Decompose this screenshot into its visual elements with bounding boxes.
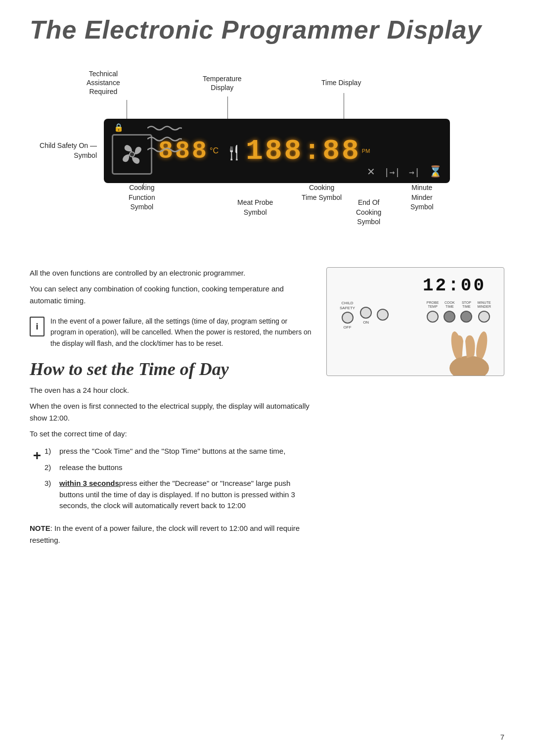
clock-para2: When the oven is first connected to the … bbox=[30, 400, 312, 424]
oven-time-value: 12:00 bbox=[423, 276, 486, 296]
step1-text: press the "Cook Time" and the "Stop Time… bbox=[59, 446, 312, 457]
fan-icon bbox=[112, 134, 152, 175]
child-safety-group: CHILDSAFETY OFF bbox=[340, 301, 355, 330]
plus-icon: + bbox=[30, 448, 44, 517]
clock-para1: The oven has a 24 hour clock. bbox=[30, 384, 312, 396]
step-1: 1) press the "Cook Time" and the "Stop T… bbox=[44, 446, 312, 457]
note-content: In the event of a power failure, all the… bbox=[50, 316, 312, 349]
meat-probe-label: Meat ProbeSymbol bbox=[237, 198, 273, 217]
step2-text: release the buttons bbox=[59, 462, 312, 473]
end-of-cooking-icon: →| bbox=[409, 167, 420, 177]
oven-panel-diagram: 12:00 CHILDSAFETY OFF ON bbox=[326, 267, 504, 376]
right-diagram: 12:00 CHILDSAFETY OFF ON bbox=[326, 267, 504, 550]
cook-time-circle[interactable] bbox=[444, 311, 455, 323]
svg-point-4 bbox=[449, 356, 489, 376]
cook-time-label: COOKTIME bbox=[445, 301, 455, 309]
cooking-function-label: CookingFunctionSymbol bbox=[129, 183, 155, 212]
stop-time-label: STOPTIME bbox=[462, 301, 471, 309]
final-note: NOTE: In the event of a power failure, t… bbox=[30, 522, 312, 546]
note-final-text: : In the event of a power failure, the c… bbox=[30, 524, 300, 544]
meat-probe-icon-display: 🍴 bbox=[225, 144, 243, 161]
time-display-label: Time Display bbox=[321, 78, 361, 87]
probe-temp-label: PROBETEMP bbox=[427, 301, 439, 309]
svg-point-1 bbox=[130, 152, 134, 156]
crossed-utensils-icon: ✕ bbox=[367, 166, 375, 178]
extra-circle[interactable] bbox=[377, 309, 389, 321]
intro-para2: You can select any combination of cookin… bbox=[30, 283, 312, 307]
probe-temp-circle[interactable] bbox=[427, 311, 439, 323]
child-safety-label: Child Safety On —Symbol bbox=[30, 141, 104, 160]
intro-para1: All the oven functions are controlled by… bbox=[30, 267, 312, 279]
step3-text: within 3 secondspress either the "Decrea… bbox=[59, 478, 312, 512]
steps-section: + 1) press the "Cook Time" and the "Stop… bbox=[30, 446, 312, 517]
minute-minder-btn-label: MINUTEMINDER bbox=[477, 301, 491, 309]
cooking-time-label: CookingTime Symbol bbox=[302, 183, 342, 202]
minute-minder-circle[interactable] bbox=[478, 311, 490, 323]
stop-time-circle[interactable] bbox=[460, 311, 472, 323]
left-column: All the oven functions are controlled by… bbox=[30, 267, 312, 550]
bottom-icons-row: ✕ |→| →| ⌛ bbox=[367, 165, 442, 178]
page-title: The Electronic Programmer Display bbox=[30, 15, 504, 45]
cook-time-group: COOKTIME bbox=[444, 301, 455, 330]
child-safety-circle1[interactable] bbox=[342, 312, 354, 324]
diagram-section: TechnicalAssistanceRequired TemperatureD… bbox=[30, 64, 504, 247]
time-display-panel: 188:88 PM bbox=[246, 135, 442, 167]
steps-list: 1) press the "Cook Time" and the "Stop T… bbox=[44, 446, 312, 517]
clock-para3: To set the correct time of day: bbox=[30, 428, 312, 440]
temp-unit: °C bbox=[210, 146, 219, 155]
within-3-seconds: within 3 seconds bbox=[59, 479, 119, 487]
temperature-display-label: TemperatureDisplay bbox=[203, 74, 242, 92]
oven-buttons-row: CHILDSAFETY OFF ON PROBETEMP bbox=[335, 301, 496, 330]
stop-time-group: STOPTIME bbox=[460, 301, 472, 330]
minute-minder-icon: ⌛ bbox=[429, 165, 442, 178]
finger-graphic bbox=[440, 331, 499, 376]
display-panel: 🔒 888 °C 🍴 bbox=[104, 119, 450, 183]
step-3: 3) within 3 secondspress either the "Dec… bbox=[44, 478, 312, 512]
note-label: NOTE bbox=[30, 524, 50, 532]
minute-minder-label: MinuteMinderSymbol bbox=[410, 183, 434, 212]
page-number: 7 bbox=[500, 733, 504, 741]
off-label: OFF bbox=[344, 325, 352, 330]
power-failure-note: i In the event of a power failure, all t… bbox=[30, 316, 312, 349]
on-label: ON bbox=[363, 320, 369, 325]
on-circle[interactable] bbox=[360, 307, 372, 319]
end-of-cooking-label: End OfCookingSymbol bbox=[356, 198, 381, 227]
pm-label: PM bbox=[362, 148, 370, 154]
cooking-time-symbol-icon: |→| bbox=[384, 167, 400, 177]
note-icon: i bbox=[30, 317, 44, 336]
child-safety-btn-label: CHILDSAFETY bbox=[340, 301, 355, 310]
technical-assistance-label: TechnicalAssistanceRequired bbox=[87, 69, 120, 96]
child-safety-buttons bbox=[342, 312, 354, 324]
step-2: 2) release the buttons bbox=[44, 462, 312, 473]
minute-minder-group: MINUTEMINDER bbox=[477, 301, 491, 330]
probe-temp-group: PROBETEMP bbox=[427, 301, 439, 330]
main-content: All the oven functions are controlled by… bbox=[30, 267, 504, 550]
on-group: ON bbox=[360, 301, 372, 330]
oven-time-display: 12:00 bbox=[335, 276, 496, 296]
how-to-set-title: How to set the Time of Day bbox=[30, 359, 312, 379]
